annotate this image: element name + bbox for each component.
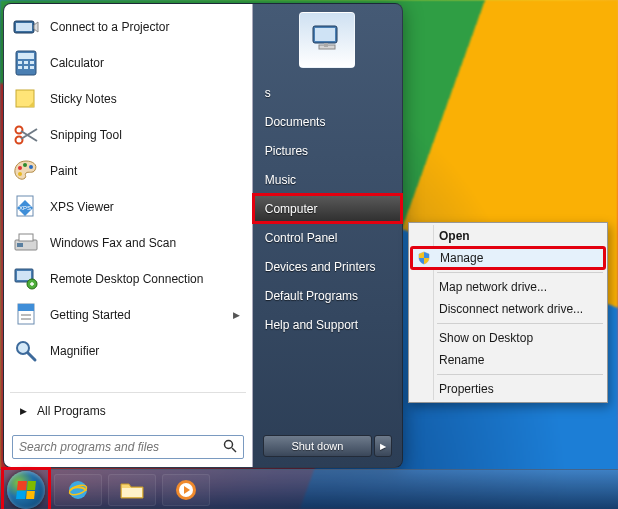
all-programs[interactable]: ▶ All Programs (4, 395, 252, 427)
svg-rect-9 (30, 66, 34, 69)
svg-rect-26 (18, 304, 34, 311)
rightlink-pictures[interactable]: Pictures (253, 136, 402, 165)
magnifier-icon (12, 337, 40, 365)
media-player-icon (174, 478, 198, 502)
taskbar (0, 469, 618, 509)
ctx-manage[interactable]: Manage (411, 247, 605, 269)
svg-rect-32 (315, 28, 335, 41)
shutdown-row: Shut down ▶ (253, 427, 402, 467)
start-menu: Connect to a Projector Calculator Sticky… (3, 3, 403, 468)
ctx-open[interactable]: Open (411, 225, 605, 247)
shutdown-options-button[interactable]: ▶ (374, 435, 392, 457)
shutdown-button[interactable]: Shut down (263, 435, 372, 457)
program-calculator[interactable]: Calculator (6, 45, 250, 81)
context-separator (437, 323, 603, 324)
program-label: Windows Fax and Scan (50, 236, 244, 250)
svg-point-14 (23, 163, 27, 167)
program-label: Snipping Tool (50, 128, 244, 142)
svg-rect-20 (19, 234, 33, 241)
program-label: Calculator (50, 56, 244, 70)
user-picture[interactable] (299, 12, 355, 68)
remote-desktop-icon (12, 265, 40, 293)
projector-icon (12, 13, 40, 41)
svg-rect-6 (30, 61, 34, 64)
sticky-notes-icon (12, 85, 40, 113)
svg-rect-3 (18, 53, 34, 59)
ctx-disconnect-drive[interactable]: Disconnect network drive... (411, 298, 605, 320)
rightlink-control-panel[interactable]: Control Panel (253, 223, 402, 252)
getting-started-icon (12, 301, 40, 329)
svg-point-30 (224, 440, 232, 448)
program-snipping-tool[interactable]: Snipping Tool (6, 117, 250, 153)
program-connect-projector[interactable]: Connect to a Projector (6, 9, 250, 45)
windows-logo-icon (16, 481, 36, 499)
svg-point-13 (18, 166, 22, 170)
ctx-show-desktop[interactable]: Show on Desktop (411, 327, 605, 349)
rightlink-help-support[interactable]: Help and Support (253, 310, 402, 339)
ie-icon (66, 478, 90, 502)
start-button-highlight (4, 470, 48, 510)
triangle-right-icon: ▶ (380, 442, 386, 451)
context-separator (437, 272, 603, 273)
rightlink-documents[interactable]: Documents (253, 107, 402, 136)
svg-rect-34 (324, 43, 328, 47)
svg-rect-1 (16, 23, 32, 31)
computer-context-menu: Open Manage Map network drive... Disconn… (408, 222, 608, 403)
rightlink-user[interactable]: s (253, 78, 402, 107)
ctx-properties[interactable]: Properties (411, 378, 605, 400)
start-button[interactable] (7, 471, 45, 509)
start-menu-left-pane: Connect to a Projector Calculator Sticky… (4, 4, 253, 467)
palette-icon (12, 157, 40, 185)
program-remote-desktop[interactable]: Remote Desktop Connection (6, 261, 250, 297)
program-label: Magnifier (50, 344, 244, 358)
separator (10, 392, 246, 393)
rightlink-music[interactable]: Music (253, 165, 402, 194)
search-box[interactable] (12, 435, 244, 459)
taskbar-explorer[interactable] (108, 474, 156, 506)
svg-point-15 (29, 165, 33, 169)
xps-icon: XPS (12, 193, 40, 221)
svg-point-16 (18, 172, 22, 176)
rightlink-computer[interactable]: Computer (253, 194, 402, 223)
svg-rect-21 (17, 243, 23, 247)
svg-rect-8 (24, 66, 28, 69)
program-label: XPS Viewer (50, 200, 244, 214)
rightlink-devices-printers[interactable]: Devices and Printers (253, 252, 402, 281)
program-xps-viewer[interactable]: XPS XPS Viewer (6, 189, 250, 225)
program-list: Connect to a Projector Calculator Sticky… (4, 4, 252, 390)
svg-rect-28 (21, 318, 31, 320)
program-fax-scan[interactable]: Windows Fax and Scan (6, 225, 250, 261)
program-label: Sticky Notes (50, 92, 244, 106)
program-label: Remote Desktop Connection (50, 272, 244, 286)
program-label: Paint (50, 164, 244, 178)
folder-icon (119, 479, 145, 501)
scissors-icon (12, 121, 40, 149)
taskbar-wmp[interactable] (162, 474, 210, 506)
svg-rect-23 (17, 271, 31, 280)
rightlink-default-programs[interactable]: Default Programs (253, 281, 402, 310)
calculator-icon (12, 49, 40, 77)
fax-icon (12, 229, 40, 257)
ctx-map-drive[interactable]: Map network drive... (411, 276, 605, 298)
svg-rect-5 (24, 61, 28, 64)
svg-rect-37 (122, 488, 142, 497)
svg-rect-7 (18, 66, 22, 69)
program-sticky-notes[interactable]: Sticky Notes (6, 81, 250, 117)
taskbar-ie[interactable] (54, 474, 102, 506)
ctx-rename[interactable]: Rename (411, 349, 605, 371)
search-input[interactable] (19, 440, 223, 454)
program-getting-started[interactable]: Getting Started ▶ (6, 297, 250, 333)
svg-rect-4 (18, 61, 22, 64)
program-label: Connect to a Projector (50, 20, 244, 34)
context-separator (437, 374, 603, 375)
program-paint[interactable]: Paint (6, 153, 250, 189)
search-icon (223, 439, 237, 456)
program-label: Getting Started (50, 308, 223, 322)
triangle-right-icon: ▶ (20, 406, 27, 416)
start-menu-right-pane: s Documents Pictures Music Computer Cont… (253, 4, 402, 467)
svg-rect-27 (21, 314, 31, 316)
shield-icon (416, 250, 432, 266)
program-magnifier[interactable]: Magnifier (6, 333, 250, 369)
search-row (4, 427, 252, 467)
svg-text:XPS: XPS (19, 205, 31, 211)
